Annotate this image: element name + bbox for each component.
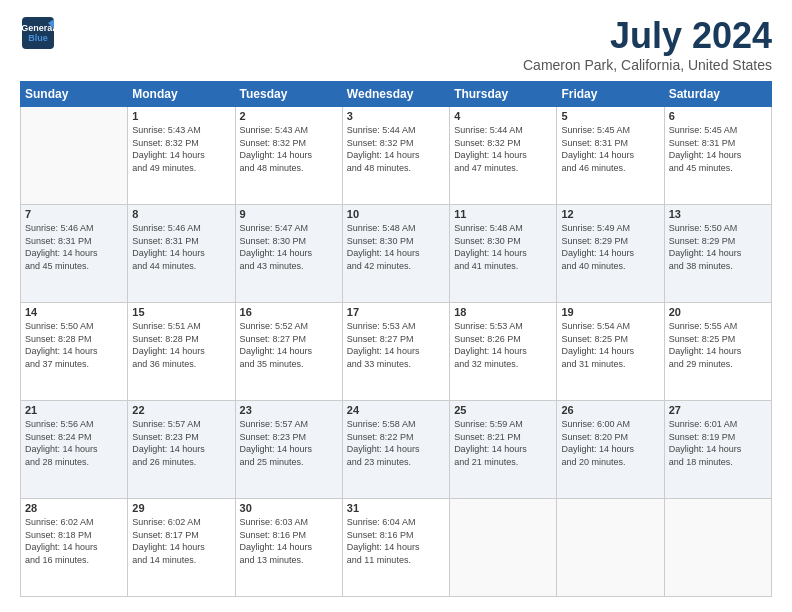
calendar-day-cell: 30Sunrise: 6:03 AMSunset: 8:16 PMDayligh… — [235, 499, 342, 597]
calendar-day-cell: 31Sunrise: 6:04 AMSunset: 8:16 PMDayligh… — [342, 499, 449, 597]
weekday-header-cell: Monday — [128, 82, 235, 107]
calendar-week-row: 28Sunrise: 6:02 AMSunset: 8:18 PMDayligh… — [21, 499, 772, 597]
calendar-day-cell: 21Sunrise: 5:56 AMSunset: 8:24 PMDayligh… — [21, 401, 128, 499]
calendar-day-cell: 20Sunrise: 5:55 AMSunset: 8:25 PMDayligh… — [664, 303, 771, 401]
day-number: 17 — [347, 306, 445, 318]
day-number: 9 — [240, 208, 338, 220]
calendar-day-cell: 10Sunrise: 5:48 AMSunset: 8:30 PMDayligh… — [342, 205, 449, 303]
weekday-header-cell: Thursday — [450, 82, 557, 107]
calendar-day-cell — [664, 499, 771, 597]
weekday-header-cell: Saturday — [664, 82, 771, 107]
day-info: Sunrise: 6:02 AMSunset: 8:17 PMDaylight:… — [132, 516, 230, 566]
day-info: Sunrise: 5:46 AMSunset: 8:31 PMDaylight:… — [132, 222, 230, 272]
day-number: 22 — [132, 404, 230, 416]
day-number: 29 — [132, 502, 230, 514]
day-info: Sunrise: 5:43 AMSunset: 8:32 PMDaylight:… — [240, 124, 338, 174]
day-info: Sunrise: 5:52 AMSunset: 8:27 PMDaylight:… — [240, 320, 338, 370]
calendar-day-cell: 23Sunrise: 5:57 AMSunset: 8:23 PMDayligh… — [235, 401, 342, 499]
day-number: 20 — [669, 306, 767, 318]
day-number: 14 — [25, 306, 123, 318]
calendar-table: SundayMondayTuesdayWednesdayThursdayFrid… — [20, 81, 772, 597]
calendar-day-cell: 29Sunrise: 6:02 AMSunset: 8:17 PMDayligh… — [128, 499, 235, 597]
day-number: 31 — [347, 502, 445, 514]
calendar-week-row: 21Sunrise: 5:56 AMSunset: 8:24 PMDayligh… — [21, 401, 772, 499]
location: Cameron Park, California, United States — [523, 57, 772, 73]
day-info: Sunrise: 5:55 AMSunset: 8:25 PMDaylight:… — [669, 320, 767, 370]
calendar-day-cell: 28Sunrise: 6:02 AMSunset: 8:18 PMDayligh… — [21, 499, 128, 597]
month-title: July 2024 — [523, 15, 772, 57]
calendar-body: 1Sunrise: 5:43 AMSunset: 8:32 PMDaylight… — [21, 107, 772, 597]
day-info: Sunrise: 6:04 AMSunset: 8:16 PMDaylight:… — [347, 516, 445, 566]
calendar-day-cell: 12Sunrise: 5:49 AMSunset: 8:29 PMDayligh… — [557, 205, 664, 303]
calendar-day-cell: 18Sunrise: 5:53 AMSunset: 8:26 PMDayligh… — [450, 303, 557, 401]
weekday-header-cell: Sunday — [21, 82, 128, 107]
calendar-day-cell: 14Sunrise: 5:50 AMSunset: 8:28 PMDayligh… — [21, 303, 128, 401]
day-info: Sunrise: 5:48 AMSunset: 8:30 PMDaylight:… — [454, 222, 552, 272]
day-number: 8 — [132, 208, 230, 220]
day-info: Sunrise: 5:54 AMSunset: 8:25 PMDaylight:… — [561, 320, 659, 370]
calendar-day-cell: 19Sunrise: 5:54 AMSunset: 8:25 PMDayligh… — [557, 303, 664, 401]
calendar-day-cell — [450, 499, 557, 597]
day-info: Sunrise: 5:46 AMSunset: 8:31 PMDaylight:… — [25, 222, 123, 272]
day-info: Sunrise: 5:51 AMSunset: 8:28 PMDaylight:… — [132, 320, 230, 370]
calendar-day-cell — [21, 107, 128, 205]
day-info: Sunrise: 6:00 AMSunset: 8:20 PMDaylight:… — [561, 418, 659, 468]
weekday-header-cell: Wednesday — [342, 82, 449, 107]
logo: General Blue — [20, 15, 56, 51]
day-info: Sunrise: 5:53 AMSunset: 8:27 PMDaylight:… — [347, 320, 445, 370]
weekday-header-cell: Friday — [557, 82, 664, 107]
day-number: 23 — [240, 404, 338, 416]
day-number: 10 — [347, 208, 445, 220]
day-info: Sunrise: 5:58 AMSunset: 8:22 PMDaylight:… — [347, 418, 445, 468]
calendar-week-row: 1Sunrise: 5:43 AMSunset: 8:32 PMDaylight… — [21, 107, 772, 205]
day-number: 11 — [454, 208, 552, 220]
calendar-day-cell: 3Sunrise: 5:44 AMSunset: 8:32 PMDaylight… — [342, 107, 449, 205]
day-number: 18 — [454, 306, 552, 318]
calendar-day-cell: 22Sunrise: 5:57 AMSunset: 8:23 PMDayligh… — [128, 401, 235, 499]
calendar-day-cell: 15Sunrise: 5:51 AMSunset: 8:28 PMDayligh… — [128, 303, 235, 401]
day-number: 4 — [454, 110, 552, 122]
day-number: 6 — [669, 110, 767, 122]
day-number: 16 — [240, 306, 338, 318]
calendar-day-cell: 11Sunrise: 5:48 AMSunset: 8:30 PMDayligh… — [450, 205, 557, 303]
day-info: Sunrise: 5:57 AMSunset: 8:23 PMDaylight:… — [132, 418, 230, 468]
day-number: 3 — [347, 110, 445, 122]
day-number: 28 — [25, 502, 123, 514]
day-number: 15 — [132, 306, 230, 318]
day-number: 5 — [561, 110, 659, 122]
day-number: 24 — [347, 404, 445, 416]
day-number: 13 — [669, 208, 767, 220]
day-number: 7 — [25, 208, 123, 220]
header: General Blue July 2024 Cameron Park, Cal… — [20, 15, 772, 73]
calendar-day-cell: 25Sunrise: 5:59 AMSunset: 8:21 PMDayligh… — [450, 401, 557, 499]
calendar-day-cell: 4Sunrise: 5:44 AMSunset: 8:32 PMDaylight… — [450, 107, 557, 205]
day-info: Sunrise: 5:45 AMSunset: 8:31 PMDaylight:… — [669, 124, 767, 174]
day-info: Sunrise: 5:53 AMSunset: 8:26 PMDaylight:… — [454, 320, 552, 370]
calendar-day-cell: 27Sunrise: 6:01 AMSunset: 8:19 PMDayligh… — [664, 401, 771, 499]
day-number: 21 — [25, 404, 123, 416]
calendar-week-row: 7Sunrise: 5:46 AMSunset: 8:31 PMDaylight… — [21, 205, 772, 303]
title-section: July 2024 Cameron Park, California, Unit… — [523, 15, 772, 73]
day-info: Sunrise: 5:56 AMSunset: 8:24 PMDaylight:… — [25, 418, 123, 468]
day-info: Sunrise: 5:47 AMSunset: 8:30 PMDaylight:… — [240, 222, 338, 272]
day-info: Sunrise: 5:50 AMSunset: 8:28 PMDaylight:… — [25, 320, 123, 370]
page: General Blue July 2024 Cameron Park, Cal… — [0, 0, 792, 612]
day-info: Sunrise: 5:59 AMSunset: 8:21 PMDaylight:… — [454, 418, 552, 468]
day-number: 2 — [240, 110, 338, 122]
calendar-day-cell — [557, 499, 664, 597]
day-info: Sunrise: 5:57 AMSunset: 8:23 PMDaylight:… — [240, 418, 338, 468]
day-info: Sunrise: 5:44 AMSunset: 8:32 PMDaylight:… — [347, 124, 445, 174]
day-info: Sunrise: 6:03 AMSunset: 8:16 PMDaylight:… — [240, 516, 338, 566]
day-info: Sunrise: 5:44 AMSunset: 8:32 PMDaylight:… — [454, 124, 552, 174]
day-info: Sunrise: 5:49 AMSunset: 8:29 PMDaylight:… — [561, 222, 659, 272]
day-info: Sunrise: 5:45 AMSunset: 8:31 PMDaylight:… — [561, 124, 659, 174]
day-number: 12 — [561, 208, 659, 220]
day-number: 25 — [454, 404, 552, 416]
calendar-day-cell: 6Sunrise: 5:45 AMSunset: 8:31 PMDaylight… — [664, 107, 771, 205]
day-number: 19 — [561, 306, 659, 318]
weekday-header-cell: Tuesday — [235, 82, 342, 107]
calendar-day-cell: 24Sunrise: 5:58 AMSunset: 8:22 PMDayligh… — [342, 401, 449, 499]
day-info: Sunrise: 6:02 AMSunset: 8:18 PMDaylight:… — [25, 516, 123, 566]
calendar-day-cell: 17Sunrise: 5:53 AMSunset: 8:27 PMDayligh… — [342, 303, 449, 401]
calendar-day-cell: 5Sunrise: 5:45 AMSunset: 8:31 PMDaylight… — [557, 107, 664, 205]
